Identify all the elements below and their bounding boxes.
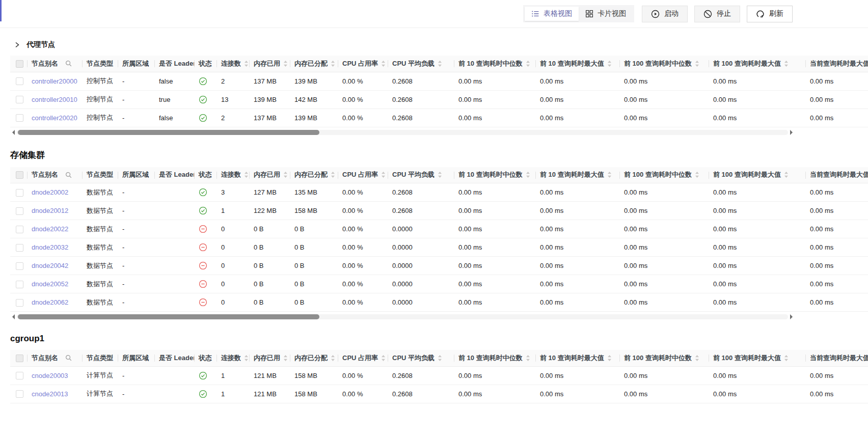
- column-header-q10_median[interactable]: 前 10 查询耗时中位数: [454, 56, 536, 72]
- column-label: 前 10 查询耗时中位数: [458, 60, 523, 67]
- column-label: 前 100 查询耗时最大值: [713, 171, 781, 178]
- row-checkbox[interactable]: [16, 390, 23, 398]
- column-header-q10_max[interactable]: 前 10 查询耗时最大值: [536, 56, 620, 72]
- cell-q10_max: 0.00 ms: [536, 385, 620, 403]
- scroll-right-arrow-icon[interactable]: [790, 130, 793, 135]
- cell-q10_max: 0.00 ms: [536, 293, 620, 312]
- node-name-link[interactable]: dnode20012: [32, 207, 68, 214]
- horizontal-scrollbar[interactable]: [12, 129, 793, 136]
- column-label: 连接数: [221, 60, 241, 67]
- node-name-link[interactable]: controller20000: [32, 77, 77, 85]
- search-icon[interactable]: [65, 355, 72, 361]
- column-header-q10_median[interactable]: 前 10 查询耗时中位数: [454, 350, 536, 366]
- column-header-q100_median[interactable]: 前 100 查询耗时中位数: [620, 56, 709, 72]
- column-header-current_max[interactable]: 当前查询耗时最大值: [806, 350, 868, 366]
- scrollbar-track[interactable]: [17, 314, 788, 319]
- column-header-current_max[interactable]: 当前查询耗时最大值: [806, 167, 868, 183]
- column-label: CPU 平均负载: [392, 60, 435, 67]
- row-checkbox[interactable]: [16, 226, 23, 233]
- stop-button[interactable]: 停止: [694, 6, 740, 22]
- column-header-q100_max[interactable]: 前 100 查询耗时最大值: [709, 56, 806, 72]
- row-checkbox[interactable]: [16, 189, 23, 197]
- column-header-q100_median[interactable]: 前 100 查询耗时中位数: [620, 350, 709, 366]
- cell-current_max: 0.00 ms: [806, 183, 868, 202]
- column-header-mem_allocated[interactable]: 内存已分配: [290, 56, 338, 72]
- column-header-q10_max[interactable]: 前 10 查询耗时最大值: [536, 350, 620, 366]
- column-header-q100_max[interactable]: 前 100 查询耗时最大值: [709, 167, 806, 183]
- sort-carets-icon: [438, 355, 442, 362]
- row-checkbox[interactable]: [16, 372, 23, 379]
- column-header-cpu_usage[interactable]: CPU 占用率: [338, 350, 388, 366]
- cell-q100_max: 0.00 ms: [709, 108, 806, 127]
- cell-q10_max: 0.00 ms: [536, 220, 620, 238]
- column-header-connections[interactable]: 连接数: [217, 56, 250, 72]
- scrollbar-thumb[interactable]: [18, 314, 319, 319]
- cell-current_max: 0.00 ms: [806, 72, 868, 90]
- node-name-link[interactable]: cnode20003: [32, 372, 68, 379]
- column-header-connections[interactable]: 连接数: [217, 167, 250, 183]
- row-checkbox[interactable]: [16, 114, 23, 122]
- select-all-checkbox[interactable]: [16, 171, 23, 179]
- column-header-mem_used[interactable]: 内存已用: [250, 167, 290, 183]
- node-name-link[interactable]: controller20010: [32, 96, 77, 103]
- table-view-label: 表格视图: [544, 9, 572, 18]
- row-checkbox[interactable]: [16, 281, 23, 288]
- row-checkbox[interactable]: [16, 299, 23, 307]
- table-view-button[interactable]: 表格视图: [525, 7, 579, 21]
- scroll-left-arrow-icon[interactable]: [12, 130, 15, 135]
- column-header-mem_allocated[interactable]: 内存已分配: [290, 350, 338, 366]
- scroll-left-arrow-icon[interactable]: [12, 314, 15, 319]
- column-header-cpu_load[interactable]: CPU 平均负载: [388, 350, 454, 366]
- sort-carets-icon: [244, 171, 249, 178]
- card-view-button[interactable]: 卡片视图: [579, 7, 633, 21]
- select-all-checkbox[interactable]: [16, 355, 23, 362]
- column-header-mem_allocated[interactable]: 内存已分配: [290, 167, 338, 183]
- cell-mem_allocated: 0 B: [290, 275, 338, 293]
- cell-q10_max: 0.00 ms: [536, 90, 620, 108]
- column-header-mem_used[interactable]: 内存已用: [250, 350, 290, 366]
- column-header-current_max[interactable]: 当前查询耗时最大值: [806, 56, 868, 72]
- search-icon[interactable]: [65, 172, 72, 178]
- search-icon[interactable]: [65, 60, 72, 67]
- column-header-cpu_load[interactable]: CPU 平均负载: [388, 167, 454, 183]
- node-name-link[interactable]: dnode20022: [32, 225, 68, 233]
- column-header-q100_max[interactable]: 前 100 查询耗时最大值: [709, 350, 806, 366]
- column-header-type: 节点类型: [83, 167, 118, 183]
- node-name-link[interactable]: dnode20052: [32, 280, 68, 288]
- column-label: 所属区域: [122, 354, 149, 362]
- column-header-cpu_usage[interactable]: CPU 占用率: [338, 167, 388, 183]
- horizontal-scrollbar[interactable]: [12, 313, 793, 320]
- cell-type: 数据节点: [83, 275, 118, 293]
- scrollbar-track[interactable]: [17, 130, 788, 135]
- column-header-cpu_usage[interactable]: CPU 占用率: [338, 56, 388, 72]
- scrollbar-thumb[interactable]: [18, 130, 319, 135]
- row-checkbox[interactable]: [16, 262, 23, 270]
- row-checkbox[interactable]: [16, 207, 23, 215]
- column-header-q10_max[interactable]: 前 10 查询耗时最大值: [536, 167, 620, 183]
- row-checkbox[interactable]: [16, 77, 23, 85]
- node-name-link[interactable]: dnode20042: [32, 262, 68, 269]
- section-toggle-proxy[interactable]: 代理节点: [14, 40, 868, 49]
- select-all-checkbox[interactable]: [16, 60, 23, 68]
- column-label: 前 10 查询耗时最大值: [540, 60, 604, 67]
- node-name-link[interactable]: cnode20013: [32, 390, 68, 398]
- column-header-q10_median[interactable]: 前 10 查询耗时中位数: [454, 167, 536, 183]
- column-header-mem_used[interactable]: 内存已用: [250, 56, 290, 72]
- column-header-connections[interactable]: 连接数: [217, 350, 250, 366]
- cell-name: cnode20013: [28, 385, 83, 403]
- start-button[interactable]: 启动: [642, 6, 688, 22]
- column-header-q100_median[interactable]: 前 100 查询耗时中位数: [620, 167, 709, 183]
- row-checkbox[interactable]: [16, 244, 23, 252]
- node-name-link[interactable]: controller20020: [32, 114, 77, 122]
- scroll-right-arrow-icon[interactable]: [790, 314, 793, 319]
- cell-type: 数据节点: [83, 257, 118, 275]
- column-header-cpu_load[interactable]: CPU 平均负载: [388, 56, 454, 72]
- row-checkbox[interactable]: [16, 96, 23, 103]
- node-name-link[interactable]: dnode20002: [32, 188, 68, 196]
- column-header-name: 节点别名: [28, 56, 83, 72]
- cell-region: -: [118, 257, 155, 275]
- node-name-link[interactable]: dnode20032: [32, 243, 68, 251]
- refresh-button[interactable]: 刷新: [747, 6, 793, 22]
- cell-q10_median: 0.00 ms: [454, 238, 536, 257]
- node-name-link[interactable]: dnode20062: [32, 298, 68, 306]
